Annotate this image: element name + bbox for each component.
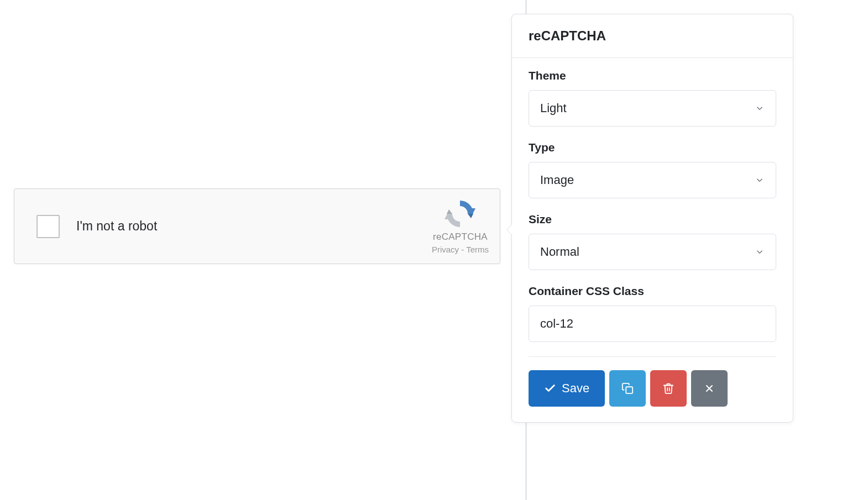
chevron-down-icon [755, 175, 765, 185]
size-label: Size [529, 213, 776, 226]
save-button[interactable]: Save [529, 370, 605, 407]
recaptcha-privacy-link[interactable]: Privacy [432, 245, 459, 254]
close-button[interactable] [691, 370, 728, 407]
settings-panel: reCAPTCHA Theme Light Type Image Size [511, 14, 793, 423]
recaptcha-checkbox[interactable] [36, 215, 60, 238]
theme-select[interactable]: Light [529, 90, 776, 127]
recaptcha-branding: reCAPTCHA Privacy - Terms [432, 198, 489, 254]
size-value: Normal [540, 245, 579, 259]
trash-icon [662, 382, 674, 394]
type-value: Image [540, 173, 574, 187]
panel-body: Theme Light Type Image Size Normal [512, 58, 793, 342]
field-container-class: Container CSS Class [529, 285, 776, 342]
field-type: Type Image [529, 141, 776, 198]
canvas-area: I'm not a robot reCAPTCHA Privacy - Term… [0, 0, 525, 500]
recaptcha-label: I'm not a robot [76, 219, 157, 234]
size-select[interactable]: Normal [529, 234, 776, 270]
field-size: Size Normal [529, 213, 776, 270]
svg-rect-0 [626, 387, 632, 393]
recaptcha-widget[interactable]: I'm not a robot reCAPTCHA Privacy - Term… [14, 188, 500, 264]
recaptcha-logo-icon [443, 198, 477, 229]
theme-value: Light [540, 101, 567, 115]
chevron-down-icon [755, 247, 765, 257]
type-select[interactable]: Image [529, 162, 776, 198]
panel-pointer [506, 224, 512, 235]
panel-title: reCAPTCHA [529, 28, 776, 44]
panel-footer: Save [529, 356, 776, 422]
separator: - [459, 245, 466, 254]
container-class-input[interactable] [529, 306, 776, 342]
field-theme: Theme Light [529, 69, 776, 127]
close-icon [704, 383, 715, 394]
copy-button[interactable] [609, 370, 646, 407]
recaptcha-terms-link[interactable]: Terms [466, 245, 489, 254]
recaptcha-left: I'm not a robot [36, 215, 157, 238]
panel-header: reCAPTCHA [512, 14, 793, 58]
container-class-label: Container CSS Class [529, 285, 776, 298]
recaptcha-legal-links: Privacy - Terms [432, 245, 489, 254]
delete-button[interactable] [650, 370, 687, 407]
copy-icon [621, 382, 634, 394]
recaptcha-brand-text: reCAPTCHA [433, 231, 488, 243]
chevron-down-icon [755, 103, 765, 113]
type-label: Type [529, 141, 776, 154]
save-button-label: Save [562, 381, 589, 396]
check-icon [544, 382, 556, 394]
theme-label: Theme [529, 69, 776, 82]
